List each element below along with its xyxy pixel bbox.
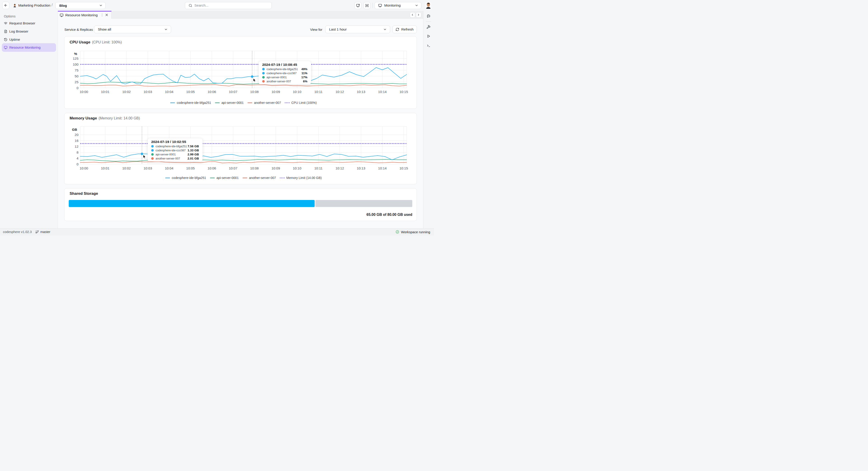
svg-text:10:14: 10:14 [378, 90, 387, 94]
svg-text:10:07: 10:07 [229, 166, 238, 170]
svg-text:0: 0 [76, 162, 79, 166]
svg-text:20: 20 [74, 133, 79, 137]
svg-text:10:05: 10:05 [186, 90, 195, 94]
svg-text:10:10: 10:10 [293, 166, 302, 170]
svg-text:10:09: 10:09 [272, 166, 280, 170]
svg-text:25: 25 [74, 80, 79, 84]
svg-text:10:15: 10:15 [399, 166, 408, 170]
svg-text:10:08: 10:08 [250, 166, 259, 170]
svg-text:10:12: 10:12 [336, 166, 344, 170]
svg-text:10:15: 10:15 [399, 90, 408, 94]
svg-text:10:07: 10:07 [229, 90, 238, 94]
svg-text:10:13: 10:13 [357, 90, 366, 94]
svg-text:10:08: 10:08 [250, 90, 259, 94]
svg-text:10:04: 10:04 [165, 166, 174, 170]
svg-text:125: 125 [73, 57, 79, 60]
svg-text:12: 12 [74, 144, 79, 148]
svg-text:10:10: 10:10 [293, 90, 302, 94]
svg-text:10:14: 10:14 [378, 166, 387, 170]
svg-text:10:00: 10:00 [80, 166, 88, 170]
svg-text:10:11: 10:11 [314, 90, 322, 94]
svg-text:10:00: 10:00 [80, 90, 88, 94]
svg-text:10:11: 10:11 [314, 166, 322, 170]
svg-text:10:12: 10:12 [336, 90, 344, 94]
svg-text:10:04: 10:04 [165, 90, 174, 94]
svg-text:10:02: 10:02 [122, 166, 131, 170]
svg-text:10:05: 10:05 [186, 166, 195, 170]
svg-text:10:03: 10:03 [144, 166, 152, 170]
svg-text:10:02: 10:02 [122, 90, 131, 94]
svg-text:75: 75 [74, 68, 79, 72]
svg-text:16: 16 [74, 139, 79, 142]
svg-text:4: 4 [76, 156, 79, 160]
svg-text:10:06: 10:06 [208, 166, 216, 170]
svg-text:0: 0 [76, 86, 79, 90]
svg-text:10:03: 10:03 [144, 90, 152, 94]
svg-text:%: % [74, 52, 77, 56]
svg-text:100: 100 [73, 62, 79, 66]
svg-text:10:01: 10:01 [101, 166, 110, 170]
svg-text:GB: GB [72, 127, 77, 131]
svg-text:10:09: 10:09 [272, 90, 280, 94]
svg-text:50: 50 [74, 74, 79, 78]
svg-text:10:06: 10:06 [208, 90, 216, 94]
svg-text:10:01: 10:01 [101, 90, 110, 94]
svg-text:8: 8 [76, 150, 79, 154]
svg-text:10:13: 10:13 [357, 166, 366, 170]
